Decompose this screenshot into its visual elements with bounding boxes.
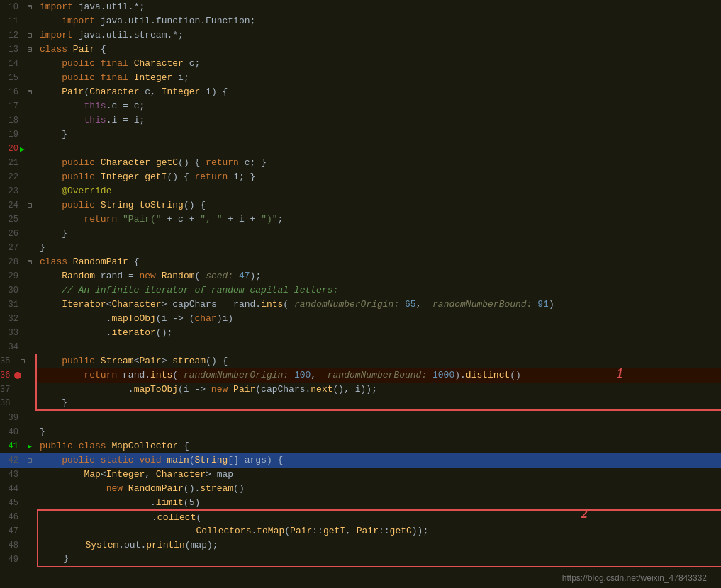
line-32: 32 .mapToObj(i -> (char)i) <box>0 312 721 326</box>
annotation-1: 1 <box>617 366 623 381</box>
line-34: 34 <box>0 340 721 354</box>
line-48: 48 System.out.println(map); <box>0 538 721 553</box>
line-45: 45 .limit(5) <box>0 496 721 510</box>
footer-url: https://blog.csdn.net/weixin_47843332 <box>562 573 707 583</box>
line-41: 41 ▶ public class MapCollector { <box>0 439 721 453</box>
fold-arrow[interactable]: ⊟ <box>28 3 32 11</box>
line-39: 39 <box>0 411 721 425</box>
line-17: 17 this.c = c; <box>0 99 721 113</box>
line-44: 44 new RandomPair().stream() <box>0 482 721 496</box>
line-22: 22 public Integer getI() { return i; } <box>0 170 721 184</box>
line-40: 40 } <box>0 425 721 439</box>
line-37: 37 .mapToObj(i -> new Pair(capChars.next… <box>35 383 721 397</box>
line-23: 23 @Override <box>0 184 721 198</box>
line-16: 16 ⊟ Pair(Character c, Integer i) { <box>0 85 721 99</box>
line-19: 19 } <box>0 128 721 142</box>
line-26: 26 } <box>0 227 721 241</box>
line-49: 49 } <box>0 553 721 567</box>
line-38: 38 } <box>35 397 721 411</box>
line-28: 28 ⊟ class RandomPair { <box>0 255 721 269</box>
line-21: 21 public Character getC() { return c; } <box>0 156 721 170</box>
line-14: 14 public final Character c; <box>0 57 721 71</box>
line-15: 15 public final Integer i; <box>0 71 721 85</box>
line-18: 18 this.i = i; <box>0 113 721 128</box>
line-30: 30 // An infinite iterator of random cap… <box>0 283 721 298</box>
fold-arrow[interactable]: ⊟ <box>28 88 32 96</box>
line-10: 10 ⊟ import java.util.*; <box>0 0 721 14</box>
line-13: 13 ⊟ class Pair { <box>0 43 721 57</box>
line-24: 24 ⊟ public String toString() { <box>0 198 721 213</box>
line-33: 33 .iterator(); <box>0 326 721 340</box>
annotation-2: 2 <box>581 507 588 521</box>
breakpoint-indicator <box>14 372 21 379</box>
line-29: 29 Random rand = new Random( seed: 47); <box>0 269 721 283</box>
line-27: 27 } <box>0 241 721 255</box>
line-47: 47 Collectors.toMap(Pair::getI, Pair::ge… <box>0 524 721 538</box>
line-42: 42 ⊟ public static void main(String[] ar… <box>0 453 721 468</box>
footer: https://blog.csdn.net/weixin_47843332 <box>0 567 721 588</box>
line-20: 20 ▶ <box>0 142 721 156</box>
fold-arrow[interactable]: ⊟ <box>28 31 32 40</box>
line-11: 11 import java.util.function.Function; <box>0 14 721 28</box>
line-12: 12 ⊟ import java.util.stream.*; <box>0 28 721 43</box>
line-46: 46 .collect( <box>0 510 721 524</box>
code-editor: 10 ⊟ import java.util.*; 11 import java.… <box>0 0 721 567</box>
fold-arrow[interactable]: ⊟ <box>28 45 32 54</box>
line-43: 43 Map<Integer, Character> map = <box>0 468 721 482</box>
line-31: 31 Iterator<Character> capChars = rand.i… <box>0 298 721 312</box>
line-25: 25 return "Pair(" + c + ", " + i + ")"; <box>0 213 721 227</box>
